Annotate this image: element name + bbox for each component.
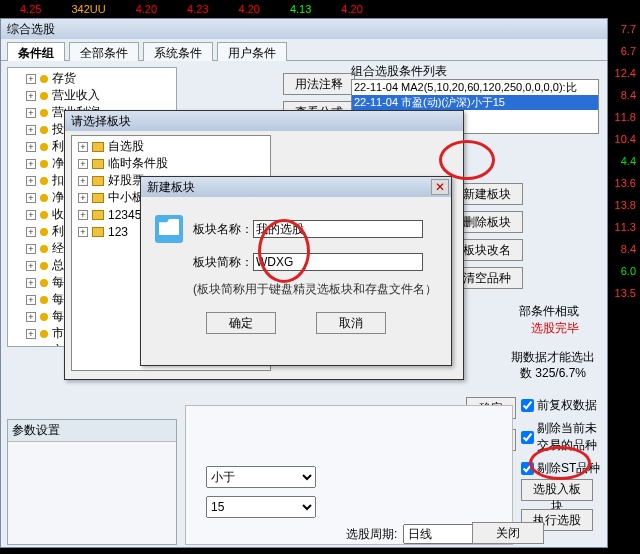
expand-icon[interactable]: + <box>26 176 36 186</box>
expand-icon[interactable]: + <box>26 312 36 322</box>
expand-icon[interactable]: + <box>26 210 36 220</box>
folder-icon <box>155 215 183 243</box>
tree-item-label: 存货 <box>52 70 76 87</box>
status-text-2: 期数据才能选出 <box>511 349 595 366</box>
tab-condition-group[interactable]: 条件组 <box>7 42 65 61</box>
dialog-cancel-button[interactable]: 取消 <box>316 312 386 334</box>
bullet-icon <box>40 347 48 348</box>
expand-icon[interactable]: + <box>78 142 88 152</box>
block-abbr-label: 板块简称： <box>193 254 253 271</box>
tree-item[interactable]: +营业收入 <box>8 87 176 104</box>
bullet-icon <box>40 177 48 185</box>
expand-icon[interactable]: + <box>26 329 36 339</box>
ticker-v1: 4.25 <box>20 3 41 15</box>
block-name-label: 板块名称： <box>193 221 253 238</box>
expand-icon[interactable]: + <box>26 244 36 254</box>
expand-icon[interactable]: + <box>26 108 36 118</box>
expand-icon[interactable]: + <box>26 193 36 203</box>
chk-st-box[interactable] <box>521 462 534 475</box>
price-cell: 4.4 <box>621 155 636 167</box>
chk-st[interactable]: 剔除ST品种 <box>521 460 600 477</box>
param-area: 小于 15 选股周期: 日线 关闭 <box>185 405 513 545</box>
price-cell: 8.4 <box>621 243 636 255</box>
cycle-label: 选股周期: <box>346 526 397 543</box>
block-name-input[interactable] <box>253 220 423 238</box>
expand-icon[interactable]: + <box>78 176 88 186</box>
folder-icon <box>92 193 104 203</box>
ticker-v3: 4.20 <box>136 3 157 15</box>
expand-icon[interactable]: + <box>26 346 36 348</box>
pick-into-block-button[interactable]: 选股入板块 <box>521 479 593 501</box>
value-select[interactable]: 15 <box>206 496 316 518</box>
expand-icon[interactable]: + <box>26 159 36 169</box>
block-abbr-input[interactable] <box>253 253 423 271</box>
operator-select[interactable]: 小于 <box>206 466 316 488</box>
price-cell: 11.3 <box>615 221 636 233</box>
new-block-dialog-title: 新建板块 <box>147 179 195 196</box>
block-tree-label: 中小板 <box>108 189 144 206</box>
close-button[interactable]: 关闭 <box>472 522 544 544</box>
bullet-icon <box>40 194 48 202</box>
expand-icon[interactable]: + <box>78 227 88 237</box>
expand-icon[interactable]: + <box>26 278 36 288</box>
condition-list-label: 组合选股条件列表 <box>351 63 447 80</box>
bullet-icon <box>40 228 48 236</box>
chk-untraded-box[interactable] <box>521 431 534 444</box>
ticker-bar: 4.25 342UU 4.20 4.23 4.20 4.13 4.20 <box>0 0 640 18</box>
expand-icon[interactable]: + <box>26 142 36 152</box>
abbr-hint: (板块简称用于键盘精灵选板块和存盘文件名） <box>193 281 437 298</box>
block-tree-label: 自选股 <box>108 138 144 155</box>
tab-system[interactable]: 系统条件 <box>143 42 213 61</box>
close-icon[interactable]: ✕ <box>431 179 449 195</box>
expand-icon[interactable]: + <box>78 193 88 203</box>
usage-button[interactable]: 用法注释 <box>283 73 355 95</box>
expand-icon[interactable]: + <box>26 295 36 305</box>
condition-row[interactable]: 22-11-04 MA2(5,10,20,60,120,250,0,0,0,0)… <box>352 80 598 95</box>
price-cell: 13.8 <box>615 199 636 211</box>
param-panel: 参数设置 <box>7 419 177 545</box>
price-cell: 6.7 <box>621 45 636 57</box>
bullet-icon <box>40 330 48 338</box>
ticker-v6: 4.13 <box>290 3 311 15</box>
expand-icon[interactable]: + <box>26 125 36 135</box>
tree-item-label: 营业收入 <box>52 87 100 104</box>
condition-row-selected[interactable]: 22-11-04 市盈(动)(沪深)小于15 <box>352 95 598 110</box>
price-cell: 10.4 <box>615 133 636 145</box>
expand-icon[interactable]: + <box>26 227 36 237</box>
block-tree-item[interactable]: +临时条件股 <box>74 155 268 172</box>
expand-icon[interactable]: + <box>78 210 88 220</box>
ticker-v4: 4.23 <box>187 3 208 15</box>
bullet-icon <box>40 92 48 100</box>
folder-icon <box>92 142 104 152</box>
status-count: 数 325/6.7% <box>520 365 586 382</box>
dialog-ok-button[interactable]: 确定 <box>206 312 276 334</box>
bullet-icon <box>40 160 48 168</box>
block-tree-label: 123 <box>108 225 128 239</box>
window-title: 综合选股 <box>1 19 607 39</box>
folder-icon <box>92 210 104 220</box>
tab-all[interactable]: 全部条件 <box>69 42 139 61</box>
price-cell: 12.4 <box>615 67 636 79</box>
bullet-icon <box>40 245 48 253</box>
price-column: 7.7 6.7 12.4 8.4 11.8 10.4 4.4 13.6 13.8… <box>608 18 640 550</box>
expand-icon[interactable]: + <box>26 91 36 101</box>
bullet-icon <box>40 262 48 270</box>
folder-icon <box>92 227 104 237</box>
chk-untraded[interactable]: 剔除当前未交易的品种 <box>521 420 600 454</box>
bullet-icon <box>40 109 48 117</box>
ticker-v2: 342UU <box>71 3 105 15</box>
price-cell: 11.8 <box>615 111 636 123</box>
block-tree-label: 临时条件股 <box>108 155 168 172</box>
tab-user[interactable]: 用户条件 <box>217 42 287 61</box>
chk-fq[interactable]: 前复权数据 <box>521 397 600 414</box>
chk-fq-box[interactable] <box>521 399 534 412</box>
bullet-icon <box>40 313 48 321</box>
bullet-icon <box>40 279 48 287</box>
expand-icon[interactable]: + <box>26 74 36 84</box>
expand-icon[interactable]: + <box>78 159 88 169</box>
expand-icon[interactable]: + <box>26 261 36 271</box>
price-cell: 6.0 <box>621 265 636 277</box>
price-cell: 7.7 <box>621 23 636 35</box>
tree-item[interactable]: +存货 <box>8 70 176 87</box>
block-tree-item[interactable]: +自选股 <box>74 138 268 155</box>
